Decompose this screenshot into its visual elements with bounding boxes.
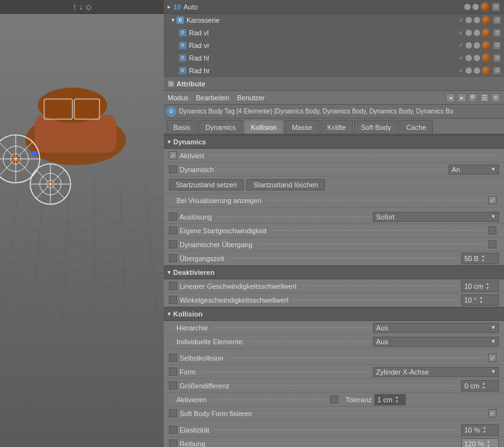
radvl-icon-btn[interactable]: ⊡	[493, 28, 501, 37]
scene-item-rad-vr[interactable]: D Rad vr ✓ ⊡	[164, 39, 504, 52]
softbody-checkbox[interactable]	[169, 409, 177, 417]
dyn-ubergang-checkbox[interactable]	[169, 240, 177, 248]
winkel-down[interactable]: ▼	[479, 300, 483, 305]
winkel-up[interactable]: ▲	[479, 296, 483, 300]
elastizitaet-checkbox[interactable]	[169, 426, 177, 434]
bookmark-btn[interactable]: ☰	[480, 93, 489, 102]
expand-arrow-karosserie[interactable]: ▾	[171, 16, 175, 23]
deaktivieren-collapse[interactable]: ▾	[168, 269, 171, 276]
radhr-icon-btn[interactable]: ⊡	[493, 66, 501, 75]
linear-stepper[interactable]: 10 cm ▲ ▼	[461, 281, 499, 292]
groesse-up[interactable]: ▲	[482, 381, 486, 386]
hierarchie-dropdown-arrow: ▼	[491, 325, 496, 330]
reibung-stepper[interactable]: 120 % ▲ ▼	[461, 438, 499, 448]
linear-up[interactable]: ▲	[486, 282, 490, 286]
aktivieren-checkbox[interactable]	[330, 395, 338, 403]
scene-item-karosserie[interactable]: ▾ D Karosserie ✓ ⊡	[164, 14, 504, 26]
selbstkollision-val-checkbox[interactable]	[488, 354, 496, 362]
individuelle-dropdown[interactable]: Aus ▼	[373, 337, 499, 347]
form-dropdown[interactable]: Zylinder X-Achse ▼	[373, 367, 499, 377]
reibung-arrows[interactable]: ▲ ▼	[486, 439, 490, 448]
scene-expand-icon[interactable]: ▸	[168, 3, 171, 10]
softbody-val-checkbox[interactable]	[488, 409, 496, 417]
selbstkollision-checkbox[interactable]	[169, 354, 177, 362]
menu-benutzer[interactable]: Benutzer	[237, 94, 265, 102]
ubergangszeit-up[interactable]: ▲	[481, 254, 485, 258]
radvl-ball	[482, 28, 491, 37]
dynamisch-dropdown[interactable]: An ▼	[449, 165, 499, 175]
elastizitaet-up[interactable]: ▲	[483, 426, 486, 430]
close-btn[interactable]: ✕	[491, 93, 500, 102]
tab-dynamics[interactable]: Dynamics	[198, 120, 243, 134]
eigene-row: Eigene Startgeschwindigkeit	[164, 224, 504, 238]
elastizitaet-arrows[interactable]: ▲ ▼	[483, 426, 486, 434]
eigene-val-checkbox[interactable]	[488, 226, 496, 235]
form-label: Form	[180, 368, 373, 376]
reibung-checkbox[interactable]	[169, 439, 177, 447]
radhl-icon-btn[interactable]: ⊡	[493, 54, 501, 62]
kollision-collapse[interactable]: ▾	[168, 311, 171, 317]
radvr-ball	[482, 41, 491, 50]
linear-down[interactable]: ▼	[486, 286, 490, 291]
aktiviert-checkbox[interactable]	[169, 151, 177, 160]
karosserie-icon-btn[interactable]: ⊡	[493, 16, 501, 25]
nav-forward[interactable]: ▸	[457, 93, 466, 102]
winkel-checkbox[interactable]	[169, 296, 177, 304]
toleranz-arrows[interactable]: ▲ ▼	[395, 395, 399, 404]
reibung-up[interactable]: ▲	[486, 439, 490, 444]
down-icon[interactable]: ↓	[79, 3, 83, 11]
dyn-ubergang-val-checkbox[interactable]	[488, 240, 496, 248]
scene-item-rad-hl[interactable]: D Rad hl ✓ ⊡	[164, 52, 504, 64]
tab-masse[interactable]: Masse	[285, 120, 319, 134]
groesse-down[interactable]: ▼	[482, 386, 486, 390]
scene-item-rad-vl[interactable]: D Rad vl ✓ ⊡	[164, 26, 504, 39]
winkel-arrows[interactable]: ▲ ▼	[479, 296, 483, 305]
hierarchie-row: Hierarchie Aus ▼	[164, 321, 504, 335]
ubergangszeit-row: Übergangszeit 50 B ▲ ▼	[164, 252, 504, 265]
tab-cache[interactable]: Cache	[399, 120, 433, 134]
form-checkbox[interactable]	[169, 368, 177, 376]
winkel-stepper[interactable]: 10 ° ▲ ▼	[461, 294, 499, 306]
nav-back[interactable]: ◂	[446, 93, 455, 102]
toleranz-stepper[interactable]: 1 cm ▲ ▼	[374, 394, 406, 405]
groesse-arrows[interactable]: ▲ ▼	[482, 381, 486, 390]
auslosung-dropdown[interactable]: Sofort ▼	[373, 212, 499, 222]
ubergangszeit-stepper[interactable]: 50 B ▲ ▼	[461, 253, 499, 264]
up-icon[interactable]: ↑	[73, 3, 77, 11]
ubergangszeit-down[interactable]: ▼	[481, 258, 485, 263]
ubergangszeit-checkbox[interactable]	[169, 254, 177, 262]
ubergangszeit-arrows[interactable]: ▲ ▼	[481, 254, 485, 263]
linear-arrows[interactable]: ▲ ▼	[486, 282, 490, 291]
eigene-checkbox[interactable]	[169, 226, 177, 235]
scene-icon1[interactable]: ⊡	[491, 3, 500, 11]
hierarchie-dropdown[interactable]: Aus ▼	[373, 323, 499, 333]
toleranz-up[interactable]: ▲	[395, 395, 399, 400]
dynamisch-checkbox[interactable]	[169, 165, 177, 173]
linear-checkbox[interactable]	[169, 282, 177, 290]
toleranz-label: Toleranz	[346, 396, 372, 403]
scene-item-rad-hr[interactable]: D Rad hr ✓ ⊡	[164, 64, 504, 77]
visualisierung-checkbox[interactable]	[488, 196, 496, 204]
elastizitaet-stepper[interactable]: 10 % ▲ ▼	[461, 424, 499, 436]
radvr-icon-btn[interactable]: ⊡	[493, 41, 501, 50]
tab-kraefte[interactable]: Kräfte	[321, 120, 353, 134]
reibung-down[interactable]: ▼	[486, 444, 490, 448]
menu-bearbeiten[interactable]: Bearbeiten	[196, 94, 229, 102]
menu-modus[interactable]: Modus	[168, 94, 188, 102]
diamond-icon[interactable]: ◇	[86, 3, 91, 11]
tab-kollision[interactable]: Kollision	[244, 120, 284, 134]
search-btn[interactable]: 🔍	[469, 93, 478, 102]
auslosung-checkbox[interactable]	[169, 212, 177, 221]
elastizitaet-down[interactable]: ▼	[483, 430, 486, 434]
btn-startzustand-loeschen[interactable]: Startzustand löschen	[246, 179, 325, 190]
karosserie-ball	[482, 16, 491, 25]
tab-basis[interactable]: Basis	[166, 120, 197, 134]
toleranz-down[interactable]: ▼	[395, 400, 399, 404]
dynamics-collapse[interactable]: ▾	[168, 139, 171, 145]
groesse-checkbox[interactable]	[169, 381, 177, 390]
render-dot	[472, 4, 479, 10]
groesse-stepper[interactable]: 0 cm ▲ ▼	[461, 380, 499, 392]
tab-softbody[interactable]: Soft Body	[354, 120, 398, 134]
btn-startzustand-setzen[interactable]: Startzustand setzen	[169, 179, 244, 190]
scene-top-label: Auto	[183, 3, 198, 11]
